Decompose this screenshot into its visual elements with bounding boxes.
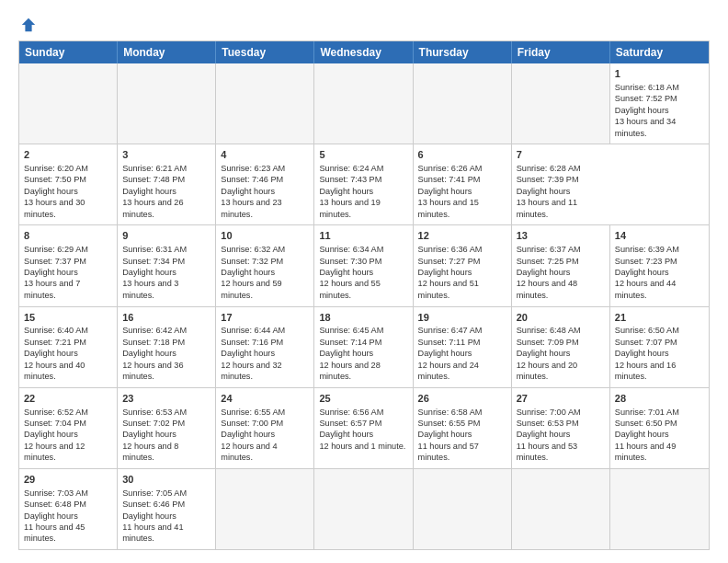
sunset: Sunset: 7:37 PM	[24, 256, 112, 267]
day-number: 16	[122, 311, 210, 325]
day-number: 8	[24, 229, 112, 243]
calendar-cell: 28Sunrise: 7:01 AMSunset: 6:50 PMDayligh…	[610, 388, 709, 468]
daylight-label: Daylight hours	[24, 348, 112, 359]
calendar-cell: 18Sunrise: 6:45 AMSunset: 7:14 PMDayligh…	[314, 307, 413, 387]
calendar-cell: 10Sunrise: 6:32 AMSunset: 7:32 PMDayligh…	[216, 225, 314, 305]
daylight-duration: 12 hours and 55 minutes.	[319, 278, 407, 301]
calendar-cell	[314, 63, 413, 144]
daylight-label: Daylight hours	[122, 511, 210, 522]
daylight-label: Daylight hours	[517, 267, 605, 278]
calendar-cell: 5Sunrise: 6:24 AMSunset: 7:43 PMDaylight…	[314, 144, 413, 224]
sunset: Sunset: 7:48 PM	[122, 174, 210, 185]
sunset: Sunset: 7:32 PM	[221, 256, 309, 267]
sunrise: Sunrise: 7:01 AM	[615, 407, 704, 418]
daylight-label: Daylight hours	[615, 267, 704, 278]
sunrise: Sunrise: 6:55 AM	[221, 407, 309, 418]
calendar-cell: 27Sunrise: 7:00 AMSunset: 6:53 PMDayligh…	[512, 388, 610, 468]
sunset: Sunset: 6:55 PM	[418, 418, 506, 429]
day-header-wednesday: Wednesday	[314, 41, 413, 63]
daylight-label: Daylight hours	[517, 186, 606, 197]
daylight-label: Daylight hours	[319, 348, 407, 359]
day-number: 22	[24, 392, 112, 406]
day-number: 1	[615, 67, 704, 81]
page: SundayMondayTuesdayWednesdayThursdayFrid…	[0, 0, 728, 563]
day-number: 13	[517, 229, 605, 243]
sunrise: Sunrise: 6:37 AM	[517, 244, 605, 255]
daylight-label: Daylight hours	[418, 267, 506, 278]
daylight-label: Daylight hours	[122, 267, 210, 278]
header	[18, 17, 710, 33]
sunrise: Sunrise: 6:58 AM	[418, 407, 506, 418]
sunset: Sunset: 7:09 PM	[517, 337, 605, 348]
calendar-cell: 4Sunrise: 6:23 AMSunset: 7:46 PMDaylight…	[216, 144, 314, 224]
sunrise: Sunrise: 6:24 AM	[319, 163, 407, 174]
day-number: 19	[418, 311, 506, 325]
daylight-duration: 13 hours and 7 minutes.	[24, 278, 112, 301]
daylight-duration: 11 hours and 49 minutes.	[615, 441, 704, 464]
daylight-duration: 12 hours and 20 minutes.	[517, 360, 605, 383]
calendar-cell: 24Sunrise: 6:55 AMSunset: 7:00 PMDayligh…	[216, 388, 314, 468]
day-header-thursday: Thursday	[414, 41, 512, 63]
sunrise: Sunrise: 6:29 AM	[24, 244, 112, 255]
daylight-label: Daylight hours	[615, 348, 704, 359]
daylight-duration: 11 hours and 57 minutes.	[418, 441, 506, 464]
daylight-duration: 13 hours and 30 minutes.	[24, 197, 112, 220]
day-number: 11	[319, 229, 407, 243]
sunrise: Sunrise: 6:50 AM	[615, 325, 704, 336]
daylight-label: Daylight hours	[517, 429, 605, 440]
daylight-duration: 13 hours and 19 minutes.	[319, 197, 407, 220]
sunset: Sunset: 6:50 PM	[615, 418, 704, 429]
day-number: 5	[319, 148, 407, 162]
daylight-label: Daylight hours	[615, 105, 704, 116]
sunset: Sunset: 7:43 PM	[319, 174, 407, 185]
daylight-duration: 11 hours and 41 minutes.	[122, 522, 210, 545]
calendar-cell	[314, 469, 413, 549]
sunset: Sunset: 7:41 PM	[418, 174, 506, 185]
daylight-duration: 12 hours and 12 minutes.	[24, 441, 112, 464]
day-header-tuesday: Tuesday	[216, 41, 314, 63]
sunset: Sunset: 7:30 PM	[319, 256, 407, 267]
day-number: 27	[517, 392, 605, 406]
calendar-header: SundayMondayTuesdayWednesdayThursdayFrid…	[19, 41, 709, 63]
day-number: 15	[24, 311, 112, 325]
calendar-cell: 1Sunrise: 6:18 AMSunset: 7:52 PMDaylight…	[610, 63, 709, 144]
daylight-label: Daylight hours	[418, 186, 506, 197]
sunset: Sunset: 7:02 PM	[122, 418, 210, 429]
daylight-duration: 13 hours and 15 minutes.	[418, 197, 506, 220]
daylight-label: Daylight hours	[418, 429, 506, 440]
sunset: Sunset: 6:46 PM	[122, 499, 210, 510]
daylight-duration: 13 hours and 11 minutes.	[517, 197, 606, 220]
calendar-cell: 25Sunrise: 6:56 AMSunset: 6:57 PMDayligh…	[314, 388, 413, 468]
daylight-duration: 13 hours and 23 minutes.	[221, 197, 309, 220]
daylight-label: Daylight hours	[319, 186, 407, 197]
sunrise: Sunrise: 6:36 AM	[418, 244, 506, 255]
calendar-cell	[216, 63, 314, 144]
calendar-cell: 12Sunrise: 6:36 AMSunset: 7:27 PMDayligh…	[414, 225, 512, 305]
sunrise: Sunrise: 6:21 AM	[122, 163, 210, 174]
calendar-cell: 21Sunrise: 6:50 AMSunset: 7:07 PMDayligh…	[610, 307, 709, 387]
sunrise: Sunrise: 6:26 AM	[418, 163, 506, 174]
day-number: 14	[615, 229, 704, 243]
calendar-cell	[610, 469, 709, 549]
daylight-duration: 12 hours and 51 minutes.	[418, 278, 506, 301]
day-number: 20	[517, 311, 605, 325]
calendar-cell	[512, 63, 610, 144]
calendar-cell: 17Sunrise: 6:44 AMSunset: 7:16 PMDayligh…	[216, 307, 314, 387]
day-number: 4	[221, 148, 309, 162]
sunset: Sunset: 7:16 PM	[221, 337, 309, 348]
day-number: 23	[122, 392, 210, 406]
sunrise: Sunrise: 6:52 AM	[24, 407, 112, 418]
daylight-label: Daylight hours	[221, 186, 309, 197]
day-number: 9	[122, 229, 210, 243]
sunrise: Sunrise: 6:53 AM	[122, 407, 210, 418]
calendar-cell	[414, 469, 512, 549]
calendar-cell	[512, 469, 610, 549]
daylight-label: Daylight hours	[221, 348, 309, 359]
sunrise: Sunrise: 6:40 AM	[24, 325, 112, 336]
day-header-monday: Monday	[118, 41, 216, 63]
daylight-label: Daylight hours	[221, 267, 309, 278]
daylight-label: Daylight hours	[517, 348, 605, 359]
calendar-week-6: 29Sunrise: 7:03 AMSunset: 6:48 PMDayligh…	[19, 468, 709, 549]
daylight-duration: 12 hours and 40 minutes.	[24, 360, 112, 383]
calendar-cell	[118, 63, 216, 144]
